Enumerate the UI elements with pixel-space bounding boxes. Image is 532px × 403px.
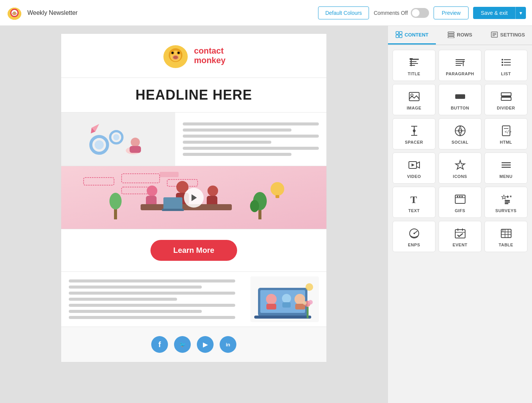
text-line-2 — [183, 129, 291, 132]
content-item-menu[interactable]: MENU — [484, 152, 527, 184]
svg-rect-94 — [501, 93, 511, 96]
svg-rect-64 — [399, 32, 402, 34]
rows-tab-icon — [448, 31, 454, 38]
svg-point-61 — [303, 301, 307, 305]
surveys-icon — [500, 193, 512, 205]
svg-point-62 — [306, 283, 313, 291]
content-tab-icon — [396, 31, 402, 38]
svg-rect-66 — [399, 35, 402, 38]
settings-tab-icon — [491, 31, 498, 38]
tab-content-label: CONTENT — [405, 32, 429, 38]
email-headline-section: HEADLINE HERE — [61, 78, 326, 113]
svg-marker-110 — [412, 163, 415, 167]
content-item-social[interactable]: SOCIAL — [439, 118, 481, 149]
svg-point-44 — [109, 193, 122, 209]
content-item-surveys[interactable]: SURVEYS — [484, 187, 527, 218]
two-col-line-3 — [69, 292, 235, 295]
toggle-switch[interactable] — [411, 8, 429, 18]
divider-icon — [500, 90, 512, 103]
email-image-text-section — [61, 113, 326, 166]
content-item-list-label: LIST — [501, 71, 511, 76]
video-play-button[interactable] — [184, 188, 204, 208]
social-twitter-icon[interactable]: 🐦 — [174, 336, 191, 353]
svg-point-17 — [95, 140, 104, 149]
content-item-html[interactable]: </> HTML — [484, 118, 527, 149]
content-item-paragraph[interactable]: PARAGRAPH — [439, 50, 481, 81]
logo-monkey-text: monkey — [194, 56, 225, 65]
tab-rows-label: ROWS — [457, 32, 472, 38]
gifs-icon — [454, 193, 466, 205]
content-item-image-label: IMAGE — [407, 106, 421, 110]
panel-tabs: CONTENT ROWS SETTINGS — [388, 26, 532, 45]
svg-rect-68 — [448, 34, 454, 36]
svg-marker-101 — [413, 131, 416, 133]
content-item-button-label: BUTTON — [451, 106, 469, 110]
social-linkedin-icon[interactable]: in — [220, 336, 236, 353]
content-item-enps[interactable]: ENPS — [393, 221, 435, 252]
event-icon — [454, 227, 466, 240]
video-placeholder[interactable] — [61, 166, 326, 229]
content-item-menu-label: MENU — [499, 174, 512, 179]
video-icon — [408, 159, 420, 171]
save-exit-button[interactable]: Save & exit — [473, 7, 515, 19]
preview-button[interactable]: Preview — [434, 6, 469, 19]
two-col-text — [61, 272, 243, 327]
content-item-text[interactable]: T TEXT — [393, 187, 435, 218]
content-item-table[interactable]: X TABLE — [484, 221, 527, 252]
content-item-social-label: SOCIAL — [451, 140, 469, 144]
logo-container: contact monkey — [69, 41, 319, 70]
tab-settings[interactable]: SETTINGS — [484, 26, 532, 44]
two-col-line-7 — [69, 316, 235, 319]
content-item-video[interactable]: VIDEO — [393, 152, 435, 184]
two-col-line-2 — [69, 286, 202, 289]
text-line-1 — [183, 122, 319, 125]
illustration-icon — [80, 116, 156, 162]
save-exit-chevron-button[interactable]: ▾ — [515, 7, 526, 19]
svg-marker-125 — [506, 195, 509, 198]
text-icon: T — [408, 193, 420, 205]
two-col-line-6 — [69, 310, 202, 313]
svg-marker-47 — [192, 194, 197, 201]
two-col-line-4 — [69, 298, 177, 301]
tab-content[interactable]: CONTENT — [388, 26, 436, 44]
canvas-area[interactable]: contact monkey HEADLINE HERE — [0, 26, 388, 403]
app-logo-icon: 🐵 — [6, 5, 23, 21]
logo-contact-text: contact — [194, 46, 223, 56]
svg-point-129 — [413, 233, 415, 234]
content-item-image[interactable]: IMAGE — [393, 84, 435, 115]
svg-marker-111 — [456, 160, 465, 169]
default-colours-button[interactable]: Default Colours — [318, 6, 369, 19]
svg-rect-123 — [505, 203, 508, 204]
content-item-button[interactable]: BUTTON — [439, 84, 481, 115]
content-item-gifs[interactable]: GIFS — [439, 187, 481, 218]
content-item-list[interactable]: LIST — [484, 50, 527, 81]
svg-marker-100 — [413, 129, 416, 131]
content-item-html-label: HTML — [500, 140, 512, 144]
content-item-divider[interactable]: DIVIDER — [484, 84, 527, 115]
svg-rect-130 — [455, 230, 465, 238]
svg-rect-22 — [130, 146, 141, 153]
text-line-4 — [183, 141, 271, 144]
tab-rows[interactable]: ROWS — [436, 26, 484, 44]
logo-text: contact monkey — [194, 46, 225, 65]
svg-point-11 — [171, 52, 174, 54]
svg-rect-63 — [396, 32, 399, 34]
content-item-icons[interactable]: ICONS — [439, 152, 481, 184]
svg-rect-69 — [448, 36, 454, 38]
content-item-text-label: TEXT — [408, 208, 420, 213]
content-item-event[interactable]: EVENT — [439, 221, 481, 252]
svg-point-35 — [207, 186, 218, 196]
svg-rect-39 — [162, 209, 184, 211]
content-item-spacer[interactable]: SPACER — [393, 118, 435, 149]
save-exit-group: Save & exit ▾ — [473, 7, 526, 19]
social-youtube-icon[interactable]: ▶ — [197, 336, 214, 353]
cta-button[interactable]: Learn More — [150, 240, 237, 261]
image-icon — [408, 90, 420, 103]
social-facebook-icon[interactable]: f — [151, 336, 168, 353]
content-item-gifs-label: GIFS — [455, 208, 466, 213]
right-panel: CONTENT ROWS SETTINGS — [388, 26, 532, 403]
html-icon: </> — [500, 125, 512, 137]
enps-icon — [408, 227, 420, 240]
email-canvas: contact monkey HEADLINE HERE — [61, 33, 327, 362]
content-item-title[interactable]: TITLE — [393, 50, 435, 81]
